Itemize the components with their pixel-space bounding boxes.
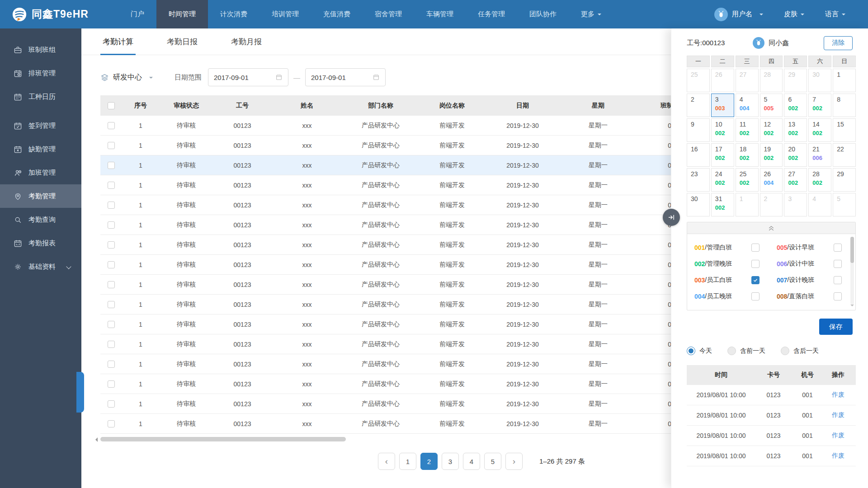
table-row[interactable]: 1待审核00123xxx产品研发中心前端开发2019-12-30星期一001 <box>100 215 710 235</box>
checkbox[interactable] <box>108 142 115 149</box>
calendar-day[interactable]: 26 <box>711 69 734 92</box>
calendar-day[interactable]: 5005 <box>760 94 783 117</box>
table-row[interactable]: 1待审核00123xxx产品研发中心前端开发2019-12-30星期一001 <box>100 295 710 314</box>
checkbox[interactable] <box>108 281 115 288</box>
radio-circle[interactable] <box>781 347 789 355</box>
nav-item-计次消费[interactable]: 计次消费 <box>208 0 259 28</box>
shift-option-008[interactable]: 008/直落白班 <box>777 288 847 305</box>
void-action-link[interactable]: 作废 <box>832 411 844 418</box>
shift-checkbox[interactable] <box>834 276 842 284</box>
row-checkbox[interactable] <box>100 122 122 129</box>
page-button-3[interactable]: 3 <box>442 453 459 470</box>
sidebar-item-考勤管理[interactable]: 考勤管理 <box>0 184 81 208</box>
calendar-day[interactable]: 8 <box>833 94 856 117</box>
calendar-day[interactable]: 2 <box>687 94 710 117</box>
checkbox[interactable] <box>108 380 115 388</box>
calendar-day[interactable]: 24002 <box>711 168 734 192</box>
row-checkbox[interactable] <box>100 361 122 368</box>
row-checkbox[interactable] <box>100 162 122 169</box>
shift-option-006[interactable]: 006/设计中班 <box>777 256 847 272</box>
shift-option-004[interactable]: 004/员工晚班 <box>694 288 765 305</box>
table-row[interactable]: 1待审核00123xxx产品研发中心前端开发2019-12-30星期一001 <box>100 195 710 215</box>
void-action-link[interactable]: 作废 <box>832 452 844 459</box>
sidebar-item-加班管理[interactable]: 加班管理 <box>0 161 81 184</box>
row-checkbox[interactable] <box>100 241 122 249</box>
sidebar-item-考勤报表[interactable]: 考勤报表 <box>0 231 81 255</box>
shift-checkbox[interactable] <box>751 276 760 284</box>
sidebar-item-考勤查询[interactable]: 考勤查询 <box>0 208 81 231</box>
scroll-down-arrow-icon[interactable] <box>850 305 854 308</box>
checkbox[interactable] <box>108 102 115 109</box>
row-checkbox[interactable] <box>100 341 122 348</box>
calendar-day[interactable]: 25002 <box>736 168 759 192</box>
calendar-day[interactable]: 27002 <box>784 168 807 192</box>
row-checkbox[interactable] <box>100 142 122 149</box>
table-row[interactable]: 1待审核00123xxx产品研发中心前端开发2019-12-30星期一001 <box>100 314 710 334</box>
select-all-checkbox[interactable] <box>100 102 122 109</box>
checkbox[interactable] <box>108 261 115 268</box>
table-row[interactable]: 1待审核00123xxx产品研发中心前端开发2019-12-30星期一001 <box>100 354 710 374</box>
calendar-day[interactable]: 30 <box>808 69 831 92</box>
radio-option-今天[interactable]: 今天 <box>687 347 712 355</box>
nav-item-任务管理[interactable]: 任务管理 <box>466 0 517 28</box>
nav-item-宿舍管理[interactable]: 宿舍管理 <box>363 0 414 28</box>
calendar-day[interactable]: 12002 <box>760 118 783 142</box>
panel-collapse-button[interactable] <box>663 209 680 226</box>
page-button-5[interactable]: 5 <box>484 453 501 470</box>
calendar-day[interactable]: 28002 <box>808 168 831 192</box>
row-checkbox[interactable] <box>100 301 122 308</box>
nav-item-更多[interactable]: 更多 <box>569 0 613 28</box>
horizontal-scrollbar[interactable] <box>100 436 706 442</box>
checkbox[interactable] <box>108 122 115 129</box>
table-row[interactable]: 1待审核00123xxx产品研发中心前端开发2019-12-30星期一001 <box>100 334 710 354</box>
calendar-day[interactable]: 15 <box>833 118 856 142</box>
calendar-day[interactable]: 27 <box>736 69 759 92</box>
row-checkbox[interactable] <box>100 182 122 189</box>
radio-circle[interactable] <box>687 347 695 355</box>
calendar-day[interactable]: 5 <box>833 193 856 216</box>
calendar-day[interactable]: 13002 <box>784 118 807 142</box>
calendar-day[interactable]: 3 <box>784 193 807 216</box>
calendar-day[interactable]: 7002 <box>808 94 831 117</box>
calendar-day[interactable]: 25 <box>687 69 710 92</box>
calendar-day[interactable]: 10002 <box>711 118 734 142</box>
scroll-left-arrow-icon[interactable] <box>93 437 98 442</box>
calendar-day[interactable]: 4004 <box>736 94 759 117</box>
calendar-day[interactable]: 22 <box>833 143 856 167</box>
checkbox[interactable] <box>108 321 115 328</box>
row-checkbox[interactable] <box>100 420 122 427</box>
page-button-2[interactable]: 2 <box>420 453 438 470</box>
clear-button[interactable]: 清除 <box>824 36 853 50</box>
shift-option-002[interactable]: 002/管理晚班 <box>694 256 765 272</box>
shift-option-003[interactable]: 003/员工白班 <box>694 272 765 288</box>
sidebar-item-工种日历[interactable]: 工种日历 <box>0 85 81 108</box>
page-button-4[interactable]: 4 <box>463 453 480 470</box>
calendar-day[interactable]: 17002 <box>711 143 734 167</box>
calendar-day[interactable]: 30 <box>687 193 710 216</box>
skin-menu[interactable]: 皮肤 <box>784 10 804 19</box>
tab-考勤日报[interactable]: 考勤日报 <box>165 28 200 55</box>
calendar-day[interactable]: 29 <box>784 69 807 92</box>
calendar-day[interactable]: 16 <box>687 143 710 167</box>
calendar-day[interactable]: 9 <box>687 118 710 142</box>
user-menu[interactable]: 用户名 <box>714 8 763 21</box>
row-checkbox[interactable] <box>100 281 122 288</box>
shift-checkbox[interactable] <box>834 260 842 268</box>
row-checkbox[interactable] <box>100 202 122 209</box>
table-row[interactable]: 1待审核00123xxx产品研发中心前端开发2019-12-30星期一001 <box>100 155 710 175</box>
drawer-handle[interactable] <box>76 372 84 413</box>
checkbox[interactable] <box>108 221 115 229</box>
row-checkbox[interactable] <box>100 321 122 328</box>
shift-scrollbar[interactable] <box>850 237 854 305</box>
date-to-input[interactable]: 2017-09-01 <box>305 68 386 86</box>
row-checkbox[interactable] <box>100 261 122 268</box>
table-row[interactable]: 1待审核00123xxx产品研发中心前端开发2019-12-30星期一001 <box>100 394 710 414</box>
table-row[interactable]: 1待审核00123xxx产品研发中心前端开发2019-12-30星期一001 <box>100 374 710 394</box>
nav-item-车辆管理[interactable]: 车辆管理 <box>414 0 466 28</box>
checkbox[interactable] <box>108 241 115 249</box>
language-menu[interactable]: 语言 <box>825 10 845 19</box>
calendar-day[interactable]: 20002 <box>784 143 807 167</box>
calendar-day[interactable]: 28 <box>760 69 783 92</box>
shift-option-007[interactable]: 007/设计晚班 <box>777 272 847 288</box>
shift-option-005[interactable]: 005/设计早班 <box>777 239 847 256</box>
